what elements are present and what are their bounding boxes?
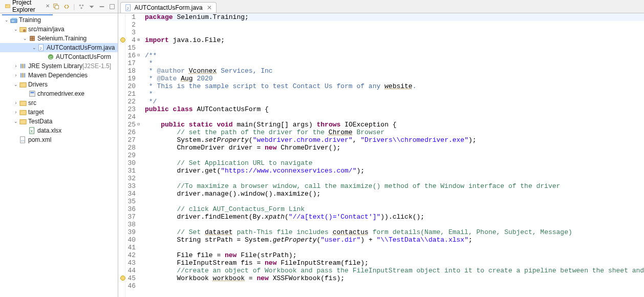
line-number[interactable]: 2 — [127, 21, 136, 29]
tree-item[interactable]: ⌄src/main/java — [0, 25, 118, 34]
line-number[interactable]: 45 — [127, 274, 136, 282]
code-line[interactable] — [145, 198, 644, 205]
code-line[interactable]: // click AUT_Contactus_Form Link — [145, 205, 644, 213]
chevron-right-icon[interactable]: › — [12, 62, 19, 70]
close-icon[interactable]: ✕ — [46, 3, 50, 9]
chevron-down-icon[interactable]: ⌄ — [12, 26, 19, 33]
code-line[interactable]: * This is the sample script to test Cont… — [145, 82, 644, 90]
code-line[interactable]: File file = new File(strPath); — [145, 251, 644, 259]
chevron-right-icon[interactable]: › — [12, 99, 19, 107]
chevron-down-icon[interactable]: ⌄ — [31, 44, 38, 51]
chevron-right-icon[interactable]: › — [12, 72, 19, 79]
code-line[interactable]: // Set Application URL to navigate — [145, 159, 644, 167]
link-editor-icon[interactable] — [63, 3, 70, 10]
tree-item[interactable]: ›Maven Dependencies — [0, 71, 118, 80]
close-icon[interactable]: ✕ — [207, 4, 212, 11]
line-number[interactable]: 24 — [127, 113, 136, 121]
line-number[interactable]: 40 — [127, 236, 136, 244]
code-line[interactable]: package Selenium.Training; — [145, 13, 644, 21]
code-line[interactable]: // Set dataset path-This file includes c… — [145, 228, 644, 236]
line-number[interactable]: 16⊟ — [127, 52, 136, 59]
chevron-down-icon[interactable]: ⌄ — [12, 81, 19, 88]
line-number[interactable]: 17 — [127, 59, 136, 67]
tree-item[interactable]: ›JRE System Library [J2SE-1.5] — [0, 61, 118, 71]
line-number[interactable]: 35 — [127, 198, 136, 205]
line-number[interactable]: 37 — [127, 213, 136, 221]
line-number[interactable]: 28 — [127, 144, 136, 152]
code-line[interactable]: public static void main(String[] args) t… — [145, 121, 644, 129]
editor-tab[interactable]: J AUTContactUsForm.java ✕ — [120, 2, 216, 13]
line-number[interactable]: 1 — [127, 13, 136, 21]
line-number[interactable]: 39 — [127, 228, 136, 236]
chevron-down-icon[interactable]: ⌄ — [3, 16, 10, 24]
code-line[interactable]: */ — [145, 98, 644, 105]
line-number[interactable]: 46 — [127, 282, 136, 290]
line-number[interactable]: 26 — [127, 129, 136, 136]
line-number[interactable]: 36 — [127, 205, 136, 213]
line-number[interactable]: 31 — [127, 167, 136, 175]
tree-item[interactable]: ⌄Selenium.Training — [0, 34, 118, 43]
code-line[interactable]: driver.get("https://www.vconnexservices.… — [145, 167, 644, 175]
code-line[interactable] — [145, 113, 644, 121]
collapse-all-icon[interactable] — [53, 3, 60, 10]
line-number[interactable]: 29 — [127, 152, 136, 159]
fold-collapse-icon[interactable]: ⊟ — [135, 122, 140, 127]
code-line[interactable]: System.setProperty("webdriver.chrome.dri… — [145, 136, 644, 144]
code-line[interactable]: Workbook workbook = new XSSFWorkbook(fis… — [145, 274, 644, 282]
line-number[interactable]: 30 — [127, 159, 136, 167]
code-line[interactable]: //create an object of Workbook and pass … — [145, 267, 644, 274]
code-line[interactable]: //To maximize a browser window, call the… — [145, 182, 644, 190]
code-line[interactable]: FileInputStream fis = new FileInputStrea… — [145, 259, 644, 267]
code-line[interactable]: public class AUTContactUsForm { — [145, 105, 644, 113]
chevron-down-icon[interactable]: ⌄ — [12, 118, 19, 125]
line-number[interactable]: 32 — [127, 175, 136, 182]
code-line[interactable]: ChromeDriver driver = new ChromeDriver()… — [145, 144, 644, 152]
line-number[interactable]: 43 — [127, 259, 136, 267]
code-line[interactable] — [145, 29, 644, 36]
line-number[interactable]: 4⊞ — [127, 36, 136, 44]
view-menu-icon[interactable] — [88, 3, 95, 10]
tree-item[interactable]: ⌄Drivers — [0, 80, 118, 89]
tree-item[interactable]: CAUTContactUsForm — [0, 52, 118, 61]
code-line[interactable]: String strPath = System.getProperty("use… — [145, 236, 644, 244]
code-line[interactable] — [145, 152, 644, 159]
line-number[interactable]: 19 — [127, 75, 136, 82]
line-number[interactable]: 21 — [127, 90, 136, 98]
code-line[interactable] — [145, 282, 644, 290]
line-number[interactable]: 22 — [127, 98, 136, 105]
chevron-right-icon[interactable]: › — [12, 109, 19, 116]
code-line[interactable]: // set the path of the driver for the Ch… — [145, 129, 644, 136]
code-line[interactable] — [145, 175, 644, 182]
line-number[interactable]: 34 — [127, 190, 136, 198]
code-line[interactable]: * @author Vconnex Services, Inc — [145, 67, 644, 75]
fold-collapse-icon[interactable]: ⊟ — [135, 53, 140, 58]
line-number-gutter[interactable]: 1234⊞1516⊟171819202122232425⊟26272829303… — [125, 13, 139, 297]
line-number[interactable]: 20 — [127, 82, 136, 90]
code-line[interactable]: /** — [145, 52, 644, 59]
code-line[interactable]: * — [145, 59, 644, 67]
line-number[interactable]: 3 — [127, 29, 136, 36]
line-number[interactable]: 23 — [127, 105, 136, 113]
code-line[interactable]: import java.io.File; — [145, 36, 644, 44]
line-number[interactable]: 38 — [127, 221, 136, 228]
tree-item[interactable]: ⌄MTraining — [0, 15, 118, 25]
tree-item[interactable]: chromedriver.exe — [0, 89, 118, 98]
filter-icon[interactable] — [78, 3, 85, 10]
line-number[interactable]: 41 — [127, 244, 136, 251]
tree-item[interactable]: ›src — [0, 98, 118, 108]
line-number[interactable]: 44 — [127, 267, 136, 274]
code-line[interactable] — [145, 44, 644, 52]
tree-item[interactable]: ⌄JAUTContactUsForm.java — [0, 43, 118, 52]
line-number[interactable]: 42 — [127, 251, 136, 259]
tree-item[interactable]: Xdata.xlsx — [0, 126, 118, 135]
code-line[interactable]: driver.findElement(By.xpath("//a[text()=… — [145, 213, 644, 221]
line-number[interactable]: 27 — [127, 136, 136, 144]
line-number[interactable]: 18 — [127, 67, 136, 75]
code-line[interactable]: * — [145, 90, 644, 98]
tree-item[interactable]: <>pom.xml — [0, 135, 118, 144]
code-line[interactable] — [145, 221, 644, 228]
line-number[interactable]: 25⊟ — [127, 121, 136, 129]
chevron-down-icon[interactable]: ⌄ — [22, 35, 29, 42]
tree-item[interactable]: ›target — [0, 108, 118, 117]
line-number[interactable]: 15 — [127, 44, 136, 52]
